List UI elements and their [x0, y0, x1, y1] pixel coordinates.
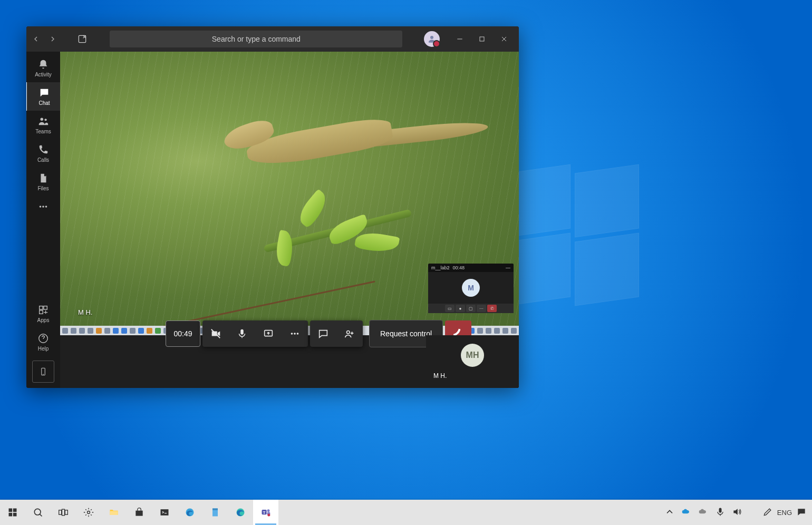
- nav-back-button[interactable]: [28, 32, 43, 46]
- participant-tile[interactable]: MH M H.: [426, 335, 519, 388]
- shared-screen-view[interactable]: M H. m__lab2 00:48 — M: [60, 52, 519, 335]
- pip-share-icon[interactable]: ▢: [466, 305, 476, 312]
- tray-volume-icon[interactable]: [732, 507, 742, 519]
- taskbar-teams[interactable]: T: [253, 500, 278, 525]
- taskbar-terminal[interactable]: [152, 500, 177, 525]
- task-view-button[interactable]: [51, 500, 76, 525]
- tray-language[interactable]: ENG: [777, 509, 792, 517]
- taskbar-edge[interactable]: [228, 500, 253, 525]
- svg-point-28: [34, 509, 41, 515]
- pip-avatar: M: [462, 279, 480, 297]
- call-controls: [202, 320, 308, 347]
- rail-teams[interactable]: Teams: [26, 111, 60, 139]
- tray-notifications-icon[interactable]: [796, 507, 807, 519]
- svg-point-7: [44, 119, 46, 121]
- rail-activity[interactable]: Activity: [26, 54, 60, 82]
- svg-rect-39: [212, 509, 218, 510]
- svg-point-9: [42, 206, 44, 208]
- taskbar-settings[interactable]: [76, 500, 101, 525]
- svg-rect-26: [9, 513, 13, 517]
- svg-rect-32: [65, 510, 67, 514]
- sharer-name-overlay: M H.: [78, 308, 92, 316]
- pip-more-icon[interactable]: ⋯: [477, 305, 486, 312]
- tray-weather-icon[interactable]: [698, 507, 709, 519]
- svg-line-29: [40, 514, 42, 516]
- show-chat-button[interactable]: [310, 320, 336, 347]
- start-button[interactable]: [0, 500, 25, 525]
- participant-avatar: MH: [461, 344, 484, 367]
- taskbar-edge-legacy[interactable]: [177, 500, 202, 525]
- presence-busy-icon: [433, 40, 440, 47]
- pip-camera-icon[interactable]: ▭: [445, 305, 455, 312]
- remote-desktop-wallpaper: M H. m__lab2 00:48 — M: [60, 52, 519, 326]
- window-close-button[interactable]: [494, 26, 515, 52]
- svg-rect-18: [240, 329, 244, 335]
- svg-rect-35: [136, 511, 142, 516]
- tray-chevron-up-icon[interactable]: [664, 507, 675, 519]
- svg-point-43: [267, 509, 270, 512]
- svg-rect-30: [59, 510, 62, 514]
- pip-mic-icon[interactable]: ●: [456, 305, 465, 312]
- lizard-image: [216, 101, 469, 189]
- microsoft-teams-window: Search or type a command Activity Chat: [26, 26, 519, 388]
- call-timer: 00:49: [166, 320, 200, 347]
- window-maximize-button[interactable]: [471, 26, 492, 52]
- pip-controls: ▭ ● ▢ ⋯ ✆: [428, 304, 514, 313]
- profile-avatar[interactable]: [424, 31, 440, 47]
- share-screen-button[interactable]: [255, 320, 282, 347]
- remote-pip[interactable]: m__lab2 00:48 — M ▭ ● ▢ ⋯: [428, 264, 514, 313]
- search-button[interactable]: [25, 500, 51, 525]
- rail-help[interactable]: Help: [26, 328, 60, 356]
- svg-rect-24: [9, 509, 13, 512]
- svg-point-33: [88, 511, 90, 514]
- svg-point-22: [297, 333, 299, 335]
- svg-rect-31: [62, 509, 65, 516]
- taskbar-store[interactable]: [127, 500, 152, 525]
- svg-rect-13: [40, 310, 43, 314]
- svg-rect-34: [110, 511, 118, 516]
- svg-text:T: T: [263, 510, 266, 515]
- svg-point-21: [294, 333, 296, 335]
- svg-rect-27: [13, 513, 17, 517]
- svg-point-1: [430, 36, 433, 39]
- rail-more[interactable]: [26, 196, 60, 217]
- svg-point-23: [347, 331, 350, 334]
- rail-files[interactable]: Files: [26, 168, 60, 196]
- rail-apps[interactable]: Apps: [26, 299, 60, 328]
- camera-toggle-button[interactable]: [202, 320, 229, 347]
- pip-name: m__lab2: [431, 265, 450, 270]
- rail-mobile-button[interactable]: [32, 361, 54, 383]
- svg-point-20: [291, 333, 293, 335]
- meeting-bottom-bar: 00:49: [60, 335, 519, 388]
- svg-rect-36: [161, 509, 169, 516]
- svg-rect-25: [13, 509, 17, 512]
- rail-chat[interactable]: Chat: [26, 82, 61, 111]
- app-rail: Activity Chat Teams Calls Files: [26, 52, 60, 388]
- search-placeholder-text: Search or type a command: [212, 35, 301, 43]
- svg-rect-12: [44, 306, 47, 309]
- svg-point-45: [267, 514, 270, 517]
- windows-taskbar: T ENG: [0, 500, 812, 525]
- svg-point-6: [41, 118, 44, 121]
- mic-toggle-button[interactable]: [229, 320, 255, 347]
- pip-timer: 00:48: [453, 265, 465, 270]
- new-chat-button[interactable]: [74, 31, 91, 47]
- more-actions-button[interactable]: [282, 320, 308, 347]
- taskbar-file-explorer[interactable]: [101, 500, 127, 525]
- pip-hangup-icon[interactable]: ✆: [487, 305, 497, 312]
- show-participants-button[interactable]: [336, 320, 363, 347]
- pip-minimize-icon[interactable]: —: [506, 265, 510, 270]
- nav-forward-button[interactable]: [45, 32, 60, 46]
- tray-microphone-icon[interactable]: [715, 507, 726, 519]
- search-input[interactable]: Search or type a command: [110, 31, 402, 47]
- tray-onedrive-icon[interactable]: [681, 507, 692, 519]
- rail-calls[interactable]: Calls: [26, 139, 60, 168]
- windows-logo-wallpaper: [506, 169, 643, 306]
- meeting-stage: M H. m__lab2 00:48 — M: [60, 52, 519, 388]
- svg-point-10: [45, 206, 47, 208]
- svg-point-8: [40, 206, 42, 208]
- window-minimize-button[interactable]: [449, 26, 470, 52]
- tray-ink-icon[interactable]: [762, 507, 773, 519]
- svg-rect-11: [40, 306, 43, 309]
- taskbar-notepad[interactable]: [202, 500, 228, 525]
